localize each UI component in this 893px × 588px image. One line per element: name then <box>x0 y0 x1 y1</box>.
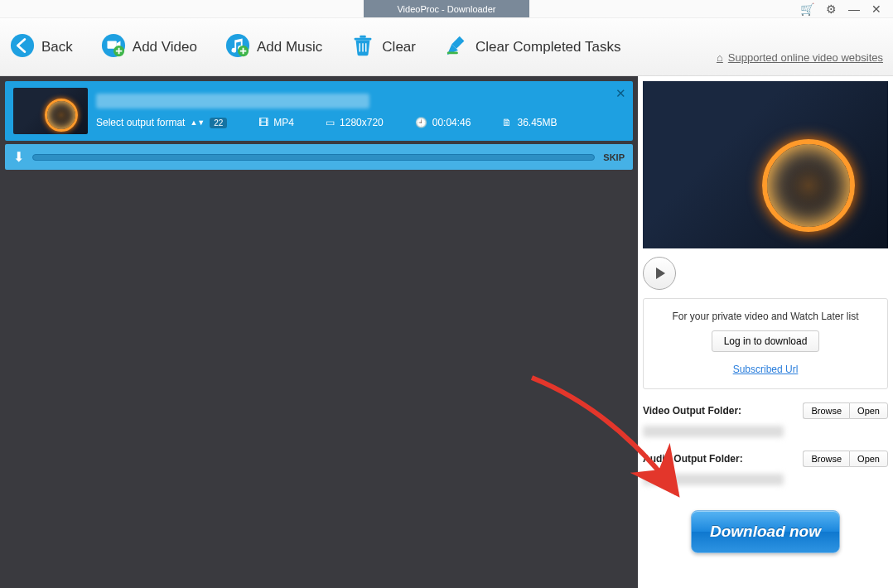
chevron-updown-icon: ▲▼ <box>190 118 205 127</box>
subscribed-url-link[interactable]: Subscribed Url <box>652 364 879 375</box>
skip-button[interactable]: SKIP <box>603 152 625 162</box>
svg-rect-8 <box>447 51 458 54</box>
preview-thumbnail <box>643 81 888 248</box>
video-folder-path-blurred <box>643 426 784 437</box>
close-icon[interactable]: ✕ <box>871 2 881 16</box>
back-button[interactable]: Back <box>10 33 73 61</box>
download-list-panel: ✕ Select output format ▲▼ 22 🎞 MP4 <box>0 76 638 588</box>
video-folder-label: Video Output Folder: <box>643 405 741 417</box>
video-open-button[interactable]: Open <box>849 402 888 419</box>
login-box: For your private video and Watch Later l… <box>643 298 888 389</box>
clear-button[interactable]: Clear <box>350 33 416 61</box>
right-panel: For your private video and Watch Later l… <box>638 76 893 588</box>
add-music-icon <box>225 33 250 61</box>
clock-icon: 🕘 <box>415 117 427 128</box>
container-info: 🎞 MP4 <box>258 117 294 128</box>
format-count-badge: 22 <box>210 118 227 128</box>
back-icon <box>10 33 35 61</box>
size-label: 36.45MB <box>517 117 557 128</box>
audio-folder-label: Audio Output Folder: <box>643 453 743 465</box>
add-video-label: Add Video <box>133 39 197 55</box>
video-title-blurred <box>96 94 369 108</box>
add-music-label: Add Music <box>257 39 322 55</box>
main-toolbar: Back Add Video Add Music Clear Clear Com… <box>0 18 893 76</box>
svg-rect-7 <box>360 35 367 37</box>
supported-websites-link[interactable]: ⌂ Supported online video websites <box>717 51 883 64</box>
video-item[interactable]: ✕ Select output format ▲▼ 22 🎞 MP4 <box>5 81 633 141</box>
title-bar: VideoProc - Downloader 🛒 ⚙ — ✕ <box>0 0 893 18</box>
video-thumbnail <box>13 88 88 134</box>
main-area: ✕ Select output format ▲▼ 22 🎞 MP4 <box>0 76 893 588</box>
container-label: MP4 <box>273 117 294 128</box>
trash-icon <box>350 33 375 61</box>
select-format-dropdown[interactable]: Select output format ▲▼ 22 <box>96 117 227 128</box>
minimize-icon[interactable]: — <box>848 2 860 16</box>
audio-browse-button[interactable]: Browse <box>803 451 849 467</box>
audio-open-button[interactable]: Open <box>849 451 888 467</box>
svg-rect-6 <box>355 37 372 40</box>
resolution-icon: ▭ <box>326 117 335 128</box>
audio-folder-path-blurred <box>643 474 784 485</box>
duration-label: 00:04:46 <box>432 117 471 128</box>
login-button[interactable]: Log in to download <box>712 330 820 352</box>
private-hint: For your private video and Watch Later l… <box>652 311 879 322</box>
filesize-info: 🗎 36.45MB <box>502 117 557 128</box>
resolution-info: ▭ 1280x720 <box>326 117 384 128</box>
supported-link-label: Supported online video websites <box>728 51 883 64</box>
clear-completed-button[interactable]: Clear Completed Tasks <box>444 33 620 61</box>
film-icon: 🎞 <box>258 117 268 128</box>
download-icon[interactable]: ⬇ <box>13 149 24 165</box>
add-video-button[interactable]: Add Video <box>101 33 197 61</box>
duration-info: 🕘 00:04:46 <box>415 117 471 128</box>
add-music-button[interactable]: Add Music <box>225 33 322 61</box>
svg-point-0 <box>11 33 34 56</box>
clear-label: Clear <box>382 39 416 55</box>
window-controls: 🛒 ⚙ — ✕ <box>800 0 893 18</box>
clear-completed-label: Clear Completed Tasks <box>475 39 620 55</box>
broom-icon <box>444 33 469 61</box>
cart-icon[interactable]: 🛒 <box>800 2 814 16</box>
window-title: VideoProc - Downloader <box>364 0 529 17</box>
file-icon: 🗎 <box>502 117 512 128</box>
download-now-button[interactable]: Download now <box>691 510 840 553</box>
resolution-label: 1280x720 <box>340 117 384 128</box>
gear-icon[interactable]: ⚙ <box>826 2 837 16</box>
select-format-label: Select output format <box>96 117 185 128</box>
play-button[interactable] <box>643 257 676 290</box>
video-output-folder: Video Output Folder: Browse Open <box>643 402 888 437</box>
home-icon: ⌂ <box>717 51 723 64</box>
audio-output-folder: Audio Output Folder: Browse Open <box>643 451 888 485</box>
remove-item-button[interactable]: ✕ <box>615 86 626 101</box>
add-video-icon <box>101 33 126 61</box>
back-label: Back <box>41 39 73 55</box>
progress-bar[interactable] <box>32 154 595 161</box>
video-browse-button[interactable]: Browse <box>803 402 849 419</box>
download-progress-row: ⬇ SKIP <box>5 144 633 170</box>
